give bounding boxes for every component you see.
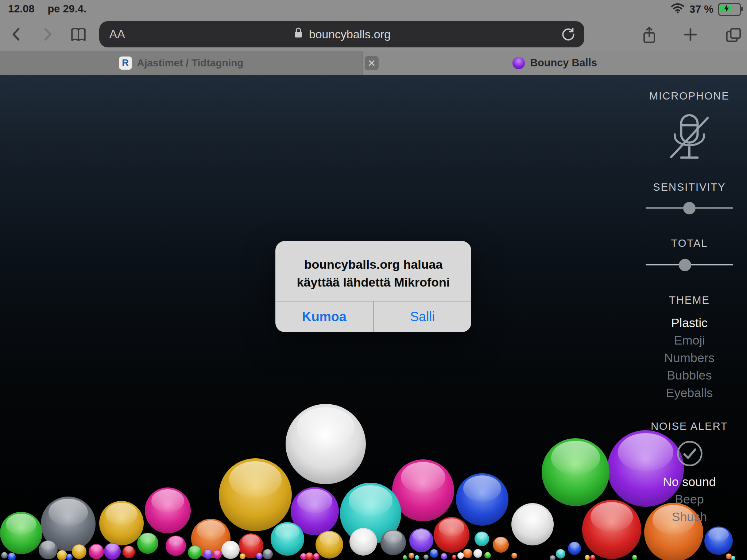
theme-option-numbers[interactable]: Numbers (632, 349, 747, 366)
bouncy-ball-white (221, 541, 240, 559)
microphone-permission-dialog: bouncyballs.org haluaa käyttää lähdettä … (275, 241, 471, 332)
tab-overview-button[interactable] (724, 26, 742, 43)
noise-alert-options: No soundBeepShush (632, 473, 747, 525)
clock: 12.08 (8, 3, 35, 15)
bouncy-ball-blue (456, 473, 508, 526)
new-tab-button[interactable] (681, 26, 699, 43)
bouncy-ball-gold (240, 553, 245, 559)
safari-toolbar: AA bouncyballs.org (0, 18, 747, 51)
bouncy-ball-gray (263, 549, 273, 559)
settings-sidebar: MICROPHONE SENSITIVITY TOTAL (632, 75, 747, 560)
bouncy-ball-gold (99, 501, 144, 545)
bouncy-ball-white (349, 528, 377, 556)
tab-bar: R Ajastimet / Tidtagning Bouncy Balls (0, 51, 747, 75)
bouncy-ball-green (188, 545, 202, 559)
theme-option-emoji[interactable]: Emoji (632, 331, 747, 349)
bouncy-ball-green (137, 533, 158, 554)
bookmarks-icon[interactable] (69, 26, 87, 43)
tab-favicon-timer: R (119, 57, 132, 70)
bouncy-ball-gold (72, 544, 86, 559)
bouncy-ball-green (0, 512, 42, 554)
bouncy-ball-magenta (213, 550, 221, 559)
noise-alert-check-icon[interactable] (676, 439, 704, 469)
status-bar: 12.08 pe 29.4. 37 % (0, 0, 747, 18)
sensitivity-thumb[interactable] (683, 202, 696, 214)
bouncy-ball-gray (380, 530, 406, 555)
reader-button[interactable]: AA (109, 28, 125, 41)
battery-icon (718, 3, 741, 16)
tab-ajastimet[interactable]: R Ajastimet / Tidtagning (0, 51, 363, 75)
theme-option-plastic[interactable]: Plastic (632, 314, 747, 331)
bouncy-ball-gray (39, 540, 58, 559)
address-bar[interactable]: AA bouncyballs.org (99, 21, 584, 47)
ipad-screen: 12.08 pe 29.4. 37 % (0, 0, 747, 560)
bouncy-ball-red (590, 555, 595, 560)
bouncy-ball-white (286, 404, 366, 484)
bouncy-ball-magenta (392, 459, 454, 521)
tab-title: Ajastimet / Tidtagning (137, 57, 244, 69)
bouncy-ball-cyan (556, 549, 565, 559)
theme-label: THEME (632, 294, 747, 306)
total-slider[interactable] (646, 258, 733, 272)
url-text: bouncyballs.org (309, 28, 391, 41)
microphone-label: MICROPHONE (632, 90, 747, 102)
microphone-muted-icon[interactable] (662, 110, 717, 166)
bouncy-ball-orange (493, 537, 509, 553)
bouncy-ball-gray (1, 552, 8, 559)
bouncy-ball-white (457, 552, 464, 559)
forward-button[interactable] (38, 26, 56, 43)
noise-option-shush[interactable]: Shush (632, 508, 747, 525)
bouncy-ball-red (452, 555, 456, 559)
noise-option-no-sound[interactable]: No sound (632, 473, 747, 490)
dialog-cancel-button[interactable]: Kumoa (275, 302, 374, 332)
back-button[interactable] (8, 26, 26, 43)
bouncy-ball-gold (57, 550, 67, 560)
dialog-allow-button[interactable]: Salli (374, 302, 472, 332)
noise-option-beep[interactable]: Beep (632, 490, 747, 508)
reload-button[interactable] (560, 26, 576, 42)
bouncy-ball-blue (8, 553, 16, 560)
battery-percent: 37 % (689, 3, 713, 15)
tab-favicon-ball (512, 57, 525, 69)
bouncy-ball-red (123, 546, 135, 558)
noise-alert-label: NOISE ALERT (632, 420, 747, 432)
bouncy-ball-orange (511, 553, 517, 559)
theme-option-bubbles[interactable]: Bubbles (632, 366, 747, 384)
sensitivity-label: SENSITIVITY (632, 181, 747, 193)
sensitivity-slider[interactable] (646, 202, 733, 215)
bouncy-ball-green (484, 552, 491, 559)
total-label: TOTAL (632, 237, 747, 249)
bouncy-ball-violet (409, 528, 433, 552)
bouncy-ball-blue (568, 542, 581, 555)
theme-options: PlasticEmojiNumbersBubblesEyeballs (632, 314, 747, 401)
bouncy-ball-violet (203, 549, 213, 559)
bouncy-ball-blue (430, 549, 438, 558)
bouncy-ball-purple (104, 543, 121, 560)
bouncy-ball-blue (66, 554, 73, 560)
bouncy-ball-magenta (300, 553, 307, 560)
dialog-message: bouncyballs.org haluaa käyttää lähdettä … (275, 256, 471, 291)
tab-title: Bouncy Balls (530, 57, 597, 69)
bouncy-ball-gold (585, 555, 590, 560)
total-thumb[interactable] (679, 259, 691, 271)
wifi-icon (670, 2, 685, 16)
bouncy-ball-green (403, 555, 407, 560)
date: pe 29.4. (48, 3, 86, 15)
bouncy-ball-cyan (415, 555, 419, 560)
bouncy-ball-magenta (89, 544, 104, 559)
bouncy-ball-green (542, 438, 609, 506)
lock-icon (293, 27, 304, 42)
close-tab-button[interactable] (365, 56, 379, 70)
bouncy-ball-magenta (145, 487, 191, 533)
bouncy-ball-magenta (166, 536, 186, 556)
theme-option-eyeballs[interactable]: Eyeballs (632, 384, 747, 401)
bouncy-ball-gray (423, 555, 429, 560)
bouncy-ball-violet (256, 553, 263, 559)
bouncy-ball-gray (550, 555, 556, 560)
bouncyballs-canvas[interactable]: MICROPHONE SENSITIVITY TOTAL (0, 75, 747, 560)
share-button[interactable] (640, 26, 658, 43)
tab-bouncy-balls[interactable]: Bouncy Balls (363, 51, 747, 75)
bouncy-ball-magenta (313, 553, 320, 560)
bouncy-ball-white (473, 549, 482, 558)
bouncy-ball-red (434, 517, 469, 553)
